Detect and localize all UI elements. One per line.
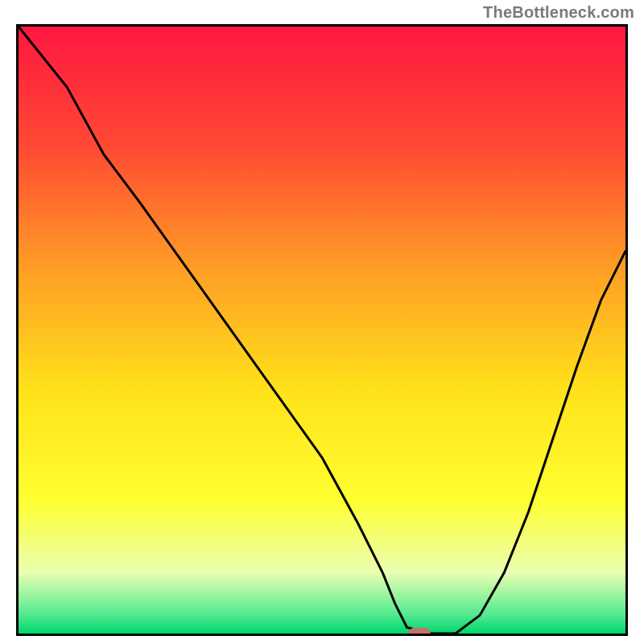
chart-plot-area	[16, 24, 628, 636]
watermark-text: TheBottleneck.com	[483, 3, 634, 22]
bottleneck-curve	[19, 27, 625, 634]
optimal-point-marker	[408, 628, 431, 636]
